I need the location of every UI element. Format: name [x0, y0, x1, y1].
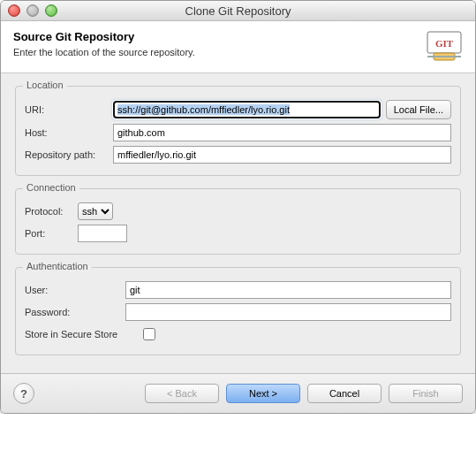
group-authentication-legend: Authentication	[23, 261, 92, 271]
port-label: Port:	[25, 228, 78, 239]
help-icon: ?	[20, 387, 27, 400]
protocol-label: Protocol:	[25, 206, 78, 217]
group-connection-legend: Connection	[23, 182, 79, 193]
uri-label: URI:	[25, 104, 113, 115]
store-secure-checkbox[interactable]	[143, 328, 155, 340]
back-button[interactable]: < Back	[145, 384, 219, 403]
host-label: Host:	[25, 127, 113, 138]
port-input[interactable]	[78, 225, 127, 242]
help-button[interactable]: ?	[13, 383, 34, 404]
password-input[interactable]	[125, 303, 451, 321]
wizard-banner: Source Git Repository Enter the location…	[1, 21, 475, 73]
window-title: Clone Git Repository	[1, 4, 475, 18]
host-input[interactable]	[113, 124, 451, 141]
group-location-legend: Location	[23, 80, 67, 90]
wizard-footer: ? < Back Next > Cancel Finish	[1, 373, 475, 413]
finish-button[interactable]: Finish	[389, 384, 463, 403]
titlebar: Clone Git Repository	[1, 1, 475, 21]
user-input[interactable]	[125, 281, 451, 299]
protocol-select[interactable]: ssh	[78, 202, 113, 220]
wizard-heading: Source Git Repository	[13, 30, 195, 43]
dialog-window: Clone Git Repository Source Git Reposito…	[0, 0, 476, 414]
git-banner-icon: GIT	[426, 30, 463, 64]
group-authentication: Authentication User: Password: Store in …	[15, 267, 461, 355]
wizard-body: Location URI: Local File... Host: Reposi…	[1, 73, 475, 373]
local-file-button[interactable]: Local File...	[386, 100, 451, 119]
git-icon-label: GIT	[435, 38, 454, 49]
cancel-button[interactable]: Cancel	[307, 384, 382, 403]
group-connection: Connection Protocol: ssh Port:	[15, 188, 461, 255]
next-button[interactable]: Next >	[226, 384, 300, 403]
repo-path-input[interactable]	[113, 146, 451, 164]
wizard-subheading: Enter the location of the source reposit…	[13, 47, 195, 57]
store-secure-label: Store in Secure Store	[25, 329, 140, 339]
group-location: Location URI: Local File... Host: Reposi…	[15, 86, 461, 176]
repo-path-label: Repository path:	[25, 149, 113, 160]
user-label: User:	[25, 285, 125, 295]
password-label: Password:	[25, 307, 125, 317]
uri-input[interactable]	[113, 101, 381, 118]
